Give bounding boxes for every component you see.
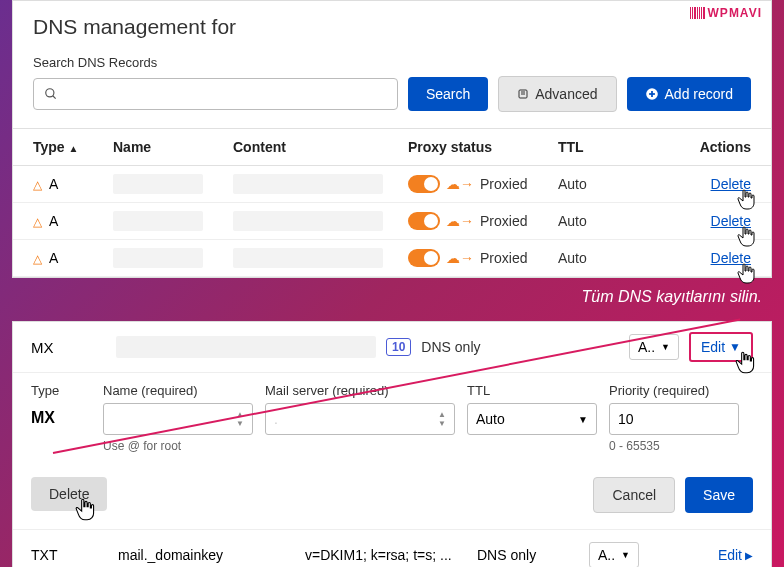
proxy-toggle[interactable] (408, 249, 440, 267)
ttl-select[interactable]: A..▼ (589, 542, 639, 567)
cell-content (233, 174, 408, 194)
stepper-up-icon[interactable]: ▲ (438, 410, 446, 419)
cancel-button[interactable]: Cancel (593, 477, 675, 513)
txt-name: mail._domainkey (118, 547, 293, 563)
col-ttl[interactable]: TTL (558, 139, 628, 155)
cell-proxy: ☁→Proxied (408, 249, 558, 267)
form-actions: Delete Cancel Save (13, 459, 771, 529)
save-button[interactable]: Save (685, 477, 753, 513)
txt-row: TXT mail._domainkey v=DKIM1; k=rsa; t=s;… (13, 529, 771, 567)
stepper-down-icon[interactable]: ▼ (438, 419, 446, 428)
edit-button[interactable]: Edit▼ (689, 332, 753, 362)
col-name[interactable]: Name (113, 139, 233, 155)
brand-logo: WPMAVI (690, 6, 762, 20)
cell-actions: Delete (628, 176, 751, 192)
caret-right-icon: ▶ (745, 550, 753, 561)
page-title: DNS management for (13, 1, 771, 45)
name-helper: Use @ for root (103, 439, 253, 453)
table-row: △ A☁→ProxiedAutoDelete (13, 166, 771, 203)
cell-content (233, 248, 408, 268)
plus-circle-icon (645, 87, 659, 101)
barcode-icon (690, 7, 705, 19)
sliders-icon (517, 88, 529, 100)
cloud-arrow-icon: ☁→ (446, 176, 474, 192)
mail-label: Mail server (required) (265, 383, 455, 398)
delete-link[interactable]: Delete (711, 250, 751, 266)
proxy-toggle[interactable] (408, 212, 440, 230)
caret-down-icon: ▼ (578, 414, 588, 425)
cell-ttl: Auto (558, 250, 628, 266)
cell-name (113, 174, 233, 194)
table-row: △ A☁→ProxiedAutoDelete (13, 203, 771, 240)
txt-type: TXT (31, 547, 106, 563)
priority-badge: 10 (386, 338, 411, 356)
cell-ttl: Auto (558, 213, 628, 229)
cell-actions: Delete (628, 213, 751, 229)
form-type-col: Type MX (31, 383, 91, 453)
txt-value: v=DKIM1; k=rsa; t=s; ... (305, 547, 465, 563)
type-label: Type (31, 383, 91, 398)
name-label: Name (required) (103, 383, 253, 398)
type-mx: MX (31, 339, 106, 356)
col-content[interactable]: Content (233, 139, 408, 155)
form-priority-col: Priority (required) 10 0 - 65535 (609, 383, 739, 453)
cell-type: △ A (33, 176, 113, 192)
cell-name (113, 211, 233, 231)
proxied-label: Proxied (480, 213, 527, 229)
mail-input[interactable]: . ▲▼ (265, 403, 455, 435)
priority-input[interactable]: 10 (609, 403, 739, 435)
delete-link[interactable]: Delete (711, 213, 751, 229)
add-record-button[interactable]: Add record (627, 77, 751, 111)
mx-name-redacted (116, 336, 376, 358)
proxy-toggle[interactable] (408, 175, 440, 193)
caption-text: Tüm DNS kayıtlarını silin. (0, 288, 762, 306)
proxied-label: Proxied (480, 250, 527, 266)
warning-triangle-icon: △ (33, 215, 42, 229)
cell-type: △ A (33, 213, 113, 229)
advanced-button[interactable]: Advanced (498, 76, 616, 112)
table-header: Type ▲ Name Content Proxy status TTL Act… (13, 128, 771, 166)
cloud-arrow-icon: ☁→ (446, 250, 474, 266)
search-icon (44, 87, 58, 101)
svg-line-1 (53, 96, 56, 99)
search-input[interactable] (33, 78, 398, 110)
delete-button[interactable]: Delete (31, 477, 107, 511)
search-button[interactable]: Search (408, 77, 488, 111)
cell-ttl: Auto (558, 176, 628, 192)
col-type[interactable]: Type ▲ (33, 139, 113, 155)
type-value: MX (31, 403, 91, 427)
txt-proxy-status: DNS only (477, 547, 577, 563)
warning-triangle-icon: △ (33, 252, 42, 266)
col-actions: Actions (628, 139, 751, 155)
edit-link[interactable]: Edit▶ (718, 547, 753, 563)
cloud-arrow-icon: ☁→ (446, 213, 474, 229)
cell-proxy: ☁→Proxied (408, 175, 558, 193)
cell-content (233, 211, 408, 231)
mx-summary-row: MX 10 DNS only A..▼ Edit▼ (13, 322, 771, 373)
dns-panel-top: DNS management for Search DNS Records Se… (12, 0, 772, 278)
priority-label: Priority (required) (609, 383, 739, 398)
cell-proxy: ☁→Proxied (408, 212, 558, 230)
warning-triangle-icon: △ (33, 178, 42, 192)
cell-type: △ A (33, 250, 113, 266)
stepper-down-icon[interactable]: ▼ (236, 419, 244, 428)
proxy-status-text: DNS only (421, 339, 480, 355)
proxied-label: Proxied (480, 176, 527, 192)
ttl-input[interactable]: Auto ▼ (467, 403, 597, 435)
svg-point-0 (46, 89, 54, 97)
col-proxy[interactable]: Proxy status (408, 139, 558, 155)
table-row: △ A☁→ProxiedAutoDelete (13, 240, 771, 277)
search-label: Search DNS Records (33, 55, 751, 70)
cell-actions: Delete (628, 250, 751, 266)
dns-panel-bottom: MX 10 DNS only A..▼ Edit▼ Type MX Name (… (12, 321, 772, 567)
caret-down-icon: ▼ (729, 340, 741, 354)
form-ttl-col: TTL Auto ▼ (467, 383, 597, 453)
search-section: Search DNS Records Search Advanced Add r… (13, 45, 771, 128)
caret-down-icon: ▼ (621, 550, 630, 560)
sort-asc-icon: ▲ (69, 143, 79, 154)
ttl-label: TTL (467, 383, 597, 398)
priority-helper: 0 - 65535 (609, 439, 739, 453)
caret-down-icon: ▼ (661, 342, 670, 352)
delete-link[interactable]: Delete (711, 176, 751, 192)
cell-name (113, 248, 233, 268)
